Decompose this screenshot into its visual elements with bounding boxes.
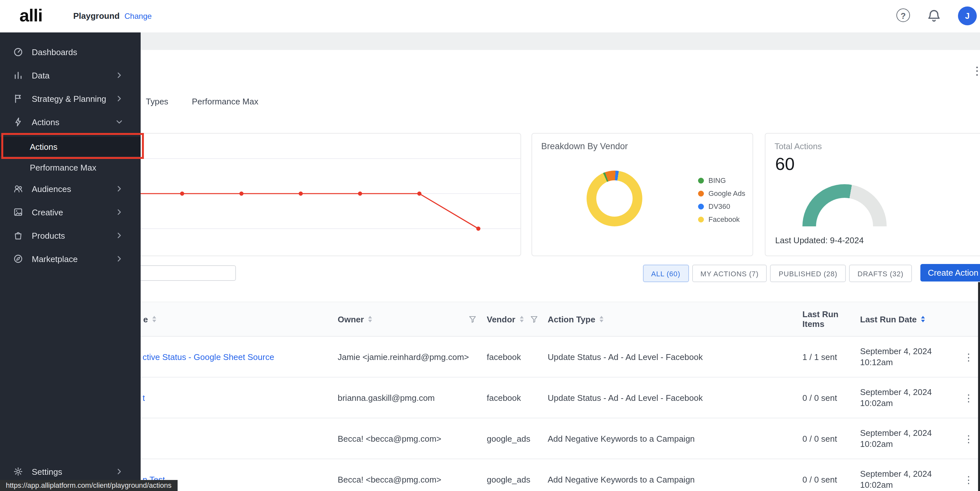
filter-funnel-icon[interactable]	[469, 315, 476, 323]
create-action-button[interactable]: Create Action	[920, 264, 980, 282]
column-header-last-run-date[interactable]: Last Run Date	[860, 314, 951, 324]
flag-icon	[13, 93, 23, 104]
filter-all[interactable]: ALL (60)	[643, 265, 689, 282]
vendor-cell: facebook	[487, 393, 548, 402]
sidebar-item-audiences[interactable]: Audiences	[0, 177, 141, 201]
sidebar-item-dashboards[interactable]: Dashboards	[0, 40, 141, 64]
chevron-right-icon	[115, 254, 132, 263]
lightning-bolt-icon	[13, 117, 23, 127]
legend-item: BING	[698, 174, 745, 187]
legend-item: Facebook	[698, 213, 745, 226]
vendor-breakdown-card: Breakdown By Vendor BING Google Ads DV36…	[531, 133, 753, 256]
change-workspace-link[interactable]: Change	[124, 12, 152, 21]
table-row[interactable]: Becca! <becca@pmg.com> google_ads Add Ne…	[63, 418, 980, 459]
column-header-owner[interactable]: Owner	[338, 314, 487, 324]
sidebar-item-label: Dashboards	[32, 47, 77, 57]
legend-dot-facebook	[698, 216, 704, 222]
alli-logo[interactable]: alli	[19, 6, 43, 26]
legend-dot-dv360	[698, 203, 704, 209]
action-name-link[interactable]: ctive Status - Google Sheet Source	[143, 352, 274, 362]
sidebar-item-label: Settings	[32, 467, 62, 477]
sort-icon[interactable]	[369, 316, 372, 322]
last-run-items-cell: 0 / 0 sent	[802, 475, 860, 484]
last-run-items-cell: 0 / 0 sent	[802, 434, 860, 443]
chevron-down-icon	[115, 117, 132, 126]
last-run-date-cell: September 4, 202410:02am	[860, 387, 951, 409]
workspace-name: Playground	[73, 11, 119, 21]
column-header-action-type[interactable]: Action Type	[548, 314, 802, 324]
filter-published[interactable]: PUBLISHED (28)	[770, 265, 846, 282]
tab-types-partial[interactable]: Types	[146, 97, 168, 106]
sidebar-item-data[interactable]: Data	[0, 64, 141, 87]
people-icon	[13, 183, 23, 194]
tab-performance-max[interactable]: Performance Max	[192, 97, 258, 106]
column-header-vendor[interactable]: Vendor	[487, 314, 548, 324]
vendor-cell: google_ads	[487, 434, 548, 443]
last-run-items-cell: 1 / 1 sent	[802, 352, 860, 362]
notifications-bell-icon[interactable]	[926, 8, 942, 24]
column-label: Vendor	[487, 314, 515, 324]
table-row[interactable]: t brianna.gaskill@pmg.com facebook Updat…	[63, 378, 980, 418]
main-panel: ⋮ Types Performance Max Breakdown By Ven…	[63, 50, 980, 491]
last-run-items-cell: 0 / 0 sent	[802, 393, 860, 402]
owner-cell: Becca! <becca@pmg.com>	[338, 434, 487, 443]
owner-cell: brianna.gaskill@pmg.com	[338, 393, 487, 402]
chevron-right-icon	[115, 231, 132, 240]
sidebar-item-creative[interactable]: Creative	[0, 201, 141, 224]
legend-dot-google-ads	[698, 190, 704, 196]
column-label: Items	[802, 319, 838, 329]
user-avatar[interactable]: J	[958, 6, 977, 25]
vertical-scrollbar[interactable]	[978, 282, 980, 491]
owner-cell: Becca! <becca@pmg.com>	[338, 475, 487, 484]
sidebar-item-label: Marketplace	[32, 254, 78, 264]
panel-menu-kebab[interactable]: ⋮	[972, 65, 980, 77]
sidebar-item-label: Data	[32, 70, 49, 80]
table-row[interactable]: ctive Status - Google Sheet Source Jamie…	[63, 336, 980, 378]
sidebar-item-marketplace[interactable]: Marketplace	[0, 247, 141, 271]
sidebar-subitem-performance-max[interactable]: Performance Max	[0, 158, 141, 177]
sidebar-item-label: Creative	[32, 207, 63, 217]
vendor-legend: BING Google Ads DV360 Facebook	[698, 174, 745, 226]
action-type-cell: Update Status - Ad - Ad Level - Facebook	[548, 393, 802, 402]
owner-cell: Jamie <jamie.reinhard@pmg.com>	[338, 352, 487, 362]
column-header-last-run-items[interactable]: Last RunItems	[802, 309, 860, 329]
column-label: Last Run Date	[860, 314, 917, 324]
sort-icon[interactable]	[600, 316, 604, 322]
sidebar-item-products[interactable]: Products	[0, 224, 141, 247]
action-type-cell: Add Negative Keywords to a Campaign	[548, 434, 802, 443]
total-actions-gauge	[802, 184, 887, 226]
sort-icon[interactable]	[152, 316, 156, 322]
filter-my-actions[interactable]: MY ACTIONS (7)	[692, 265, 767, 282]
legend-dot-bing	[698, 177, 704, 183]
sort-icon-active[interactable]	[921, 316, 925, 322]
speedometer-icon	[13, 47, 23, 57]
sidebar-item-actions[interactable]: Actions	[0, 110, 141, 134]
row-actions-kebab[interactable]: ⋮	[964, 352, 974, 362]
action-name-link[interactable]: t	[143, 393, 145, 402]
legend-item: Google Ads	[698, 187, 745, 200]
filter-funnel-icon[interactable]	[530, 315, 538, 323]
sidebar-item-strategy-planning[interactable]: Strategy & Planning	[0, 87, 141, 110]
page-background: ⋮ Types Performance Max Breakdown By Ven…	[0, 32, 980, 491]
row-actions-kebab[interactable]: ⋮	[964, 475, 974, 484]
total-actions-value: 60	[775, 155, 795, 174]
row-actions-kebab[interactable]: ⋮	[964, 393, 974, 402]
column-label: Last Run	[802, 309, 838, 319]
app-root: ⋮ Types Performance Max Breakdown By Ven…	[0, 0, 980, 491]
legend-label: Facebook	[708, 215, 740, 223]
column-label: Owner	[338, 314, 364, 324]
sort-icon[interactable]	[520, 316, 524, 322]
sidebar-subitem-label: Performance Max	[30, 163, 96, 172]
help-icon[interactable]: ?	[896, 8, 910, 22]
browser-status-url: https://app.alliplatform.com/client/play…	[0, 480, 177, 491]
compass-icon	[13, 253, 23, 264]
vendor-cell: facebook	[487, 352, 548, 362]
sidebar-nav: Dashboards Data Strategy & Planning	[0, 32, 141, 491]
gear-icon	[13, 466, 23, 477]
sidebar-subitem-actions[interactable]: Actions	[0, 137, 141, 156]
table-row[interactable]: n Test Becca! <becca@pmg.com> google_ads…	[63, 459, 980, 491]
sidebar-item-label: Audiences	[32, 184, 71, 194]
filter-drafts[interactable]: DRAFTS (32)	[849, 265, 912, 282]
row-actions-kebab[interactable]: ⋮	[964, 434, 974, 443]
column-label: Action Type	[548, 314, 595, 324]
